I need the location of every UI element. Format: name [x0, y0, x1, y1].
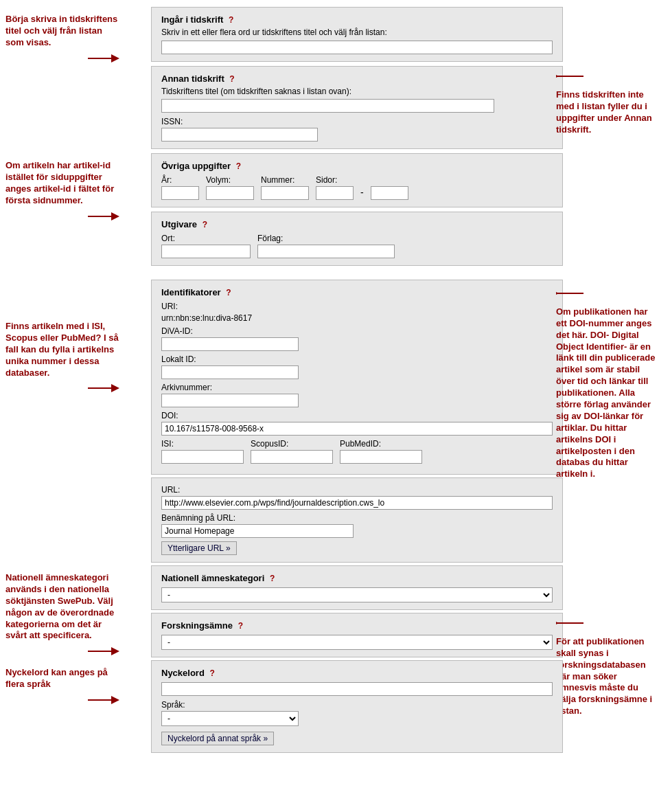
benamning-row: Benämning på URL:: [161, 513, 553, 538]
isi-scopus-pubmed-row: ISI: ScopusID: PubMedID:: [161, 439, 553, 464]
scopus-col: ScopusID:: [251, 439, 333, 464]
ingar-section-wrapper: Börja skriva in tidskriftens titel och v…: [0, 7, 659, 62]
national-select[interactable]: -: [161, 587, 553, 602]
forlag-col: Förlag:: [257, 234, 395, 258]
national-help-icon[interactable]: ?: [270, 574, 275, 583]
sprak-label: Språk:: [161, 700, 553, 710]
keyword-section: Nyckelord ? Språk: - Nyckelord på annat …: [151, 660, 563, 753]
arkiv-input[interactable]: [161, 394, 299, 407]
ar-label: År:: [161, 175, 199, 185]
arrow-right-icon-3: [88, 381, 122, 395]
uri-row: URI: urn:nbn:se:lnu:diva-8617: [161, 302, 553, 323]
arkiv-row: Arkivnummer:: [161, 383, 553, 407]
diva-row: DiVA-ID:: [161, 326, 553, 351]
annotation-bottom-right-1: Om publikationen har ett DOI-nummer ange…: [556, 286, 656, 480]
ar-col: År:: [161, 175, 199, 200]
ovriga-help-icon[interactable]: ?: [236, 161, 241, 171]
ingar-section: Ingår i tidskrift ? Skriv in ett eller f…: [151, 7, 563, 62]
arrow-right-icon-5: [88, 693, 122, 707]
benamning-label: Benämning på URL:: [161, 513, 553, 523]
research-title: Forskningsämne ?: [161, 620, 553, 631]
arrow-right-icon: [88, 52, 122, 65]
sidor-from-input[interactable]: [316, 186, 354, 200]
research-select[interactable]: -: [161, 635, 553, 650]
diva-label: DiVA-ID:: [161, 326, 553, 336]
ovriga-title: Övriga uppgifter ?: [161, 161, 553, 171]
pubmed-input[interactable]: [340, 450, 422, 464]
ingar-title: Ingår i tidskrift ?: [161, 14, 553, 25]
annotation-bottom-left-1: Finns artikeln med i ISI, Scopus eller P…: [5, 321, 122, 398]
lokalt-input[interactable]: [161, 365, 299, 379]
annotation-keyword-left: Nyckelord kan anges på flera språk: [5, 667, 122, 710]
add-keyword-row: Nyckelord på annat språk »: [161, 732, 553, 745]
pubmed-label: PubMedID:: [340, 439, 422, 449]
annan-section: Annan tidskrift ? Tidskriftens titel (om…: [151, 66, 563, 149]
utgivare-help-icon[interactable]: ?: [203, 220, 207, 229]
uri-value: urn:nbn:se:lnu:diva-8617: [161, 313, 252, 323]
ingar-subtitle: Skriv in ett eller flera ord ur tidskrif…: [161, 27, 553, 37]
isi-input[interactable]: [161, 450, 244, 464]
volym-input[interactable]: [206, 186, 254, 200]
volym-label: Volym:: [206, 175, 254, 185]
benamning-input[interactable]: [161, 524, 354, 538]
annan-section-wrapper: Finns tidskriften inte med i listan fyll…: [0, 66, 659, 149]
nummer-label: Nummer:: [261, 175, 309, 185]
dash-separator: -: [360, 187, 364, 200]
url-label: URL:: [161, 485, 553, 495]
annan-title-input[interactable]: [161, 99, 494, 113]
ovriga-wrapper: Om artikeln har artikel-id istället för …: [0, 153, 659, 207]
national-title: Nationell ämneskategori ?: [161, 573, 553, 583]
keyword-help-icon[interactable]: ?: [210, 668, 215, 678]
utgivare-wrapper: Utgivare ? Ort: Förlag:: [0, 212, 659, 266]
ovriga-fields-row: År: Volym: Nummer: Sidor: -: [161, 175, 553, 200]
diva-input[interactable]: [161, 337, 299, 351]
keyword-input[interactable]: [161, 682, 553, 696]
ar-input[interactable]: [161, 186, 199, 200]
annotation-top-left: Börja skriva in tidskriftens titel och v…: [5, 14, 122, 69]
research-wrapper: För att publikationen skall synas i fors…: [0, 613, 659, 657]
sidor-col: Sidor: -: [316, 175, 408, 200]
identifiers-wrapper: Finns artikeln med i ISI, Scopus eller P…: [0, 280, 659, 475]
sprak-select[interactable]: -: [161, 711, 299, 726]
sidor-to-input[interactable]: [371, 186, 408, 200]
annan-issn-input[interactable]: [161, 128, 318, 142]
url-input[interactable]: [161, 496, 553, 510]
ovriga-section: Övriga uppgifter ? År: Volym: Nummer: Si…: [151, 153, 563, 207]
keyword-title: Nyckelord ?: [161, 668, 553, 678]
ingar-help-icon[interactable]: ?: [229, 15, 233, 25]
identifiers-help-icon[interactable]: ?: [226, 288, 231, 297]
annan-issn-label: ISSN:: [161, 117, 553, 126]
sidor-inputs: -: [316, 186, 408, 200]
scopus-input[interactable]: [251, 450, 333, 464]
annotation-top-right: Finns tidskriften inte med i listan fyll…: [556, 69, 656, 135]
doi-row: DOI:: [161, 411, 553, 436]
ort-col: Ort:: [161, 234, 251, 258]
annan-help-icon[interactable]: ?: [229, 74, 234, 84]
pubmed-col: PubMedID:: [340, 439, 422, 464]
utgivare-title: Utgivare ?: [161, 219, 553, 229]
url-section: URL: Benämning på URL: Ytterligare URL »: [151, 477, 563, 563]
identifiers-section: Identifikatorer ? URI: urn:nbn:se:lnu:di…: [151, 280, 563, 475]
more-url-button[interactable]: Ytterligare URL »: [161, 541, 237, 555]
add-keyword-button[interactable]: Nyckelord på annat språk »: [161, 732, 274, 745]
page-wrapper: Börja skriva in tidskriftens titel och v…: [0, 0, 659, 763]
keyword-wrapper: Nyckelord kan anges på flera språk Nycke…: [0, 660, 659, 753]
scopus-label: ScopusID:: [251, 439, 333, 449]
utgivare-fields: Ort: Förlag:: [161, 234, 553, 258]
nummer-input[interactable]: [261, 186, 309, 200]
identifiers-title: Identifikatorer ?: [161, 287, 553, 297]
bottom-half: Finns artikeln med i ISI, Scopus eller P…: [0, 280, 659, 753]
research-help-icon[interactable]: ?: [238, 621, 243, 631]
ort-input[interactable]: [161, 245, 251, 258]
ingar-input[interactable]: [161, 41, 553, 54]
url-wrapper: URL: Benämning på URL: Ytterligare URL »: [0, 477, 659, 563]
sidor-label: Sidor:: [316, 175, 408, 185]
arrow-left-icon-3: [556, 616, 583, 630]
doi-input[interactable]: [161, 422, 553, 436]
arkiv-label: Arkivnummer:: [161, 383, 553, 392]
forlag-input[interactable]: [257, 245, 395, 258]
isi-col: ISI:: [161, 439, 244, 464]
isi-scopus-pubmed-fields: ISI: ScopusID: PubMedID:: [161, 439, 553, 464]
volym-col: Volym:: [206, 175, 254, 200]
national-section: Nationell ämneskategori ? -: [151, 565, 563, 610]
